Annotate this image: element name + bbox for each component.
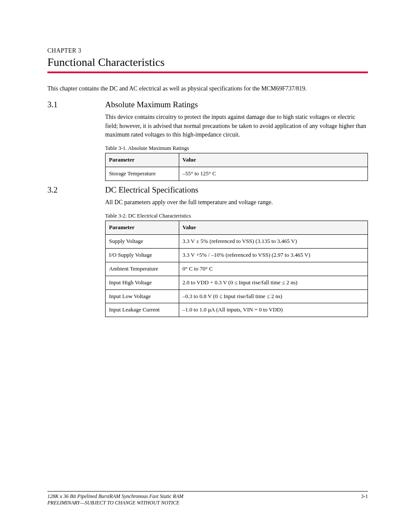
- table-row: Supply Voltage 3.3 V ± 5% (referenced to…: [106, 235, 368, 249]
- table-row: Input High Voltage 2.0 to VDD + 0.3 V (0…: [106, 276, 368, 289]
- table-cell: 3.3 V +5% / –10% (referenced to VSS) (2.…: [179, 249, 367, 262]
- table-header-cell: Parameter: [106, 221, 179, 235]
- table-header-cell: Value: [179, 153, 367, 167]
- footer-status: PRELIMINARY—SUBJECT TO CHANGE WITHOUT NO…: [47, 500, 368, 506]
- section-title: DC Electrical Specifications: [105, 185, 198, 195]
- table-dc-electrical-characteristics: Parameter Value Supply Voltage 3.3 V ± 5…: [105, 221, 368, 317]
- table-row: Ambient Temperature 0° C to 70° C: [106, 262, 368, 276]
- table-cell: –55° to 125° C: [179, 167, 367, 181]
- table-caption: Table 3-1. Absolute Maximum Ratings: [105, 144, 368, 152]
- table-cell: Input Low Voltage: [106, 289, 179, 303]
- section-paragraph: This device contains circuitry to protec…: [105, 113, 368, 139]
- table-header-cell: Value: [179, 221, 367, 235]
- section-paragraph: All DC parameters apply over the full te…: [105, 198, 368, 207]
- title-rule: [47, 72, 368, 73]
- table-cell: Storage Temperature: [106, 167, 179, 181]
- table-row: I/O Supply Voltage 3.3 V +5% / –10% (ref…: [106, 249, 368, 262]
- page-footer: 128K x 36 Bit Pipelined BurstRAM Synchro…: [47, 491, 368, 506]
- table-absolute-maximum-ratings: Parameter Value Storage Temperature –55°…: [105, 153, 368, 181]
- table-header-row: Parameter Value: [106, 153, 368, 167]
- intro-paragraph: This chapter contains the DC and AC elec…: [47, 84, 368, 93]
- table-cell: –0.3 to 0.8 V (0 ≤ Input rise/fall time …: [179, 289, 367, 303]
- table-row: Input Low Voltage –0.3 to 0.8 V (0 ≤ Inp…: [106, 289, 368, 303]
- table-header-row: Parameter Value: [106, 221, 368, 235]
- table-cell: –1.0 to 1.0 µA (All inputs, VIN = 0 to V…: [179, 303, 367, 317]
- footer-rule: [47, 491, 368, 492]
- section-title: Absolute Maximum Ratings: [105, 100, 198, 109]
- section-number: 3.2: [47, 185, 105, 195]
- table-cell: I/O Supply Voltage: [106, 249, 179, 262]
- table-header-cell: Parameter: [106, 153, 179, 167]
- table-cell: 0° C to 70° C: [179, 262, 367, 276]
- table-cell: Input Leakage Current: [106, 303, 179, 317]
- footer-page-number: 3-1: [361, 493, 368, 500]
- section-absolute-maximum-ratings: 3.1 Absolute Maximum Ratings This device…: [47, 100, 368, 181]
- section-number: 3.1: [47, 100, 105, 109]
- table-cell: Ambient Temperature: [106, 262, 179, 276]
- table-row: Storage Temperature –55° to 125° C: [106, 167, 368, 181]
- table-cell: 3.3 V ± 5% (referenced to VSS) (3.135 to…: [179, 235, 367, 249]
- table-cell: Input High Voltage: [106, 276, 179, 289]
- table-caption: Table 3-2. DC Electrical Characteristics: [105, 212, 368, 220]
- table-cell: Supply Voltage: [106, 235, 179, 249]
- footer-doc-title: 128K x 36 Bit Pipelined BurstRAM Synchro…: [47, 493, 184, 500]
- section-dc-electrical-specifications: 3.2 DC Electrical Specifications All DC …: [47, 185, 368, 317]
- chapter-title: Functional Characteristics: [47, 56, 368, 69]
- table-row: Input Leakage Current –1.0 to 1.0 µA (Al…: [106, 303, 368, 317]
- chapter-label: CHAPTER 3: [47, 47, 368, 54]
- table-cell: 2.0 to VDD + 0.3 V (0 ≤ Input rise/fall …: [179, 276, 367, 289]
